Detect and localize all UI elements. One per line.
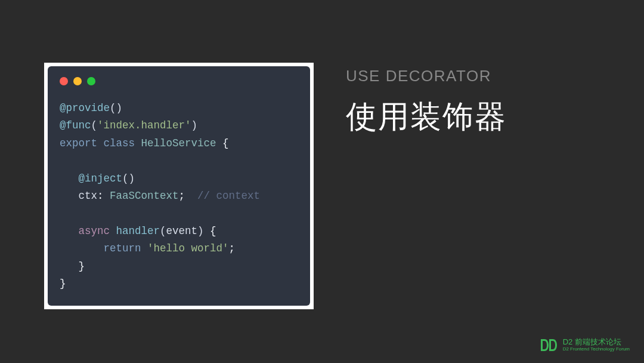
decorator-func: @func xyxy=(60,119,91,131)
decorator-inject: @inject xyxy=(79,173,123,184)
decorator-provide: @provide xyxy=(60,102,110,114)
minimize-icon xyxy=(73,77,82,85)
code-block: @provide() @func('index.handler') export… xyxy=(60,100,298,293)
maximize-icon xyxy=(87,77,95,85)
footer-title: D2 前端技术论坛 xyxy=(563,338,630,346)
title-block: USE DECORATOR 使用装饰器 xyxy=(346,67,507,138)
footer-subtitle: D2 Frontend Technology Forum xyxy=(563,347,630,352)
page-title: 使用装饰器 xyxy=(346,96,507,138)
code-window: @provide() @func('index.handler') export… xyxy=(48,66,310,306)
subtitle: USE DECORATOR xyxy=(346,67,507,85)
window-controls xyxy=(60,77,298,85)
footer-logo-text: D2 前端技术论坛 D2 Frontend Technology Forum xyxy=(563,338,630,352)
code-window-container: @provide() @func('index.handler') export… xyxy=(44,63,314,309)
close-icon xyxy=(60,77,68,85)
d2-logo-icon xyxy=(540,338,558,352)
footer-logo: D2 前端技术论坛 D2 Frontend Technology Forum xyxy=(540,338,630,352)
